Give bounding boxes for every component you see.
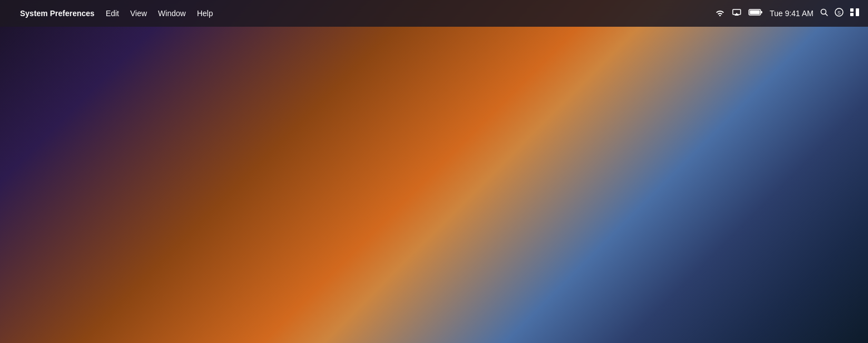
- desktop-background: [0, 0, 868, 343]
- airplay-icon[interactable]: [732, 8, 742, 18]
- battery-icon[interactable]: [748, 8, 763, 18]
- svg-rect-9: [850, 13, 854, 16]
- menu-window[interactable]: Window: [158, 9, 186, 18]
- svg-rect-2: [761, 11, 762, 13]
- menu-help[interactable]: Help: [197, 9, 213, 18]
- svg-line-5: [826, 14, 828, 16]
- svg-rect-3: [750, 11, 760, 14]
- menu-time: Tue 9:41 AM: [770, 9, 813, 18]
- menu-bar: System Preferences Edit View Window Help…: [0, 0, 868, 27]
- menu-edit[interactable]: Edit: [106, 9, 119, 18]
- menu-view[interactable]: View: [130, 9, 147, 18]
- wifi-icon[interactable]: [715, 8, 725, 18]
- siri-icon[interactable]: S: [835, 8, 844, 19]
- app-name[interactable]: System Preferences: [20, 9, 95, 18]
- svg-rect-8: [850, 8, 854, 12]
- svg-text:S: S: [837, 10, 841, 16]
- svg-rect-10: [856, 8, 859, 16]
- control-center-icon[interactable]: [850, 8, 859, 18]
- search-menu-icon[interactable]: [820, 8, 828, 18]
